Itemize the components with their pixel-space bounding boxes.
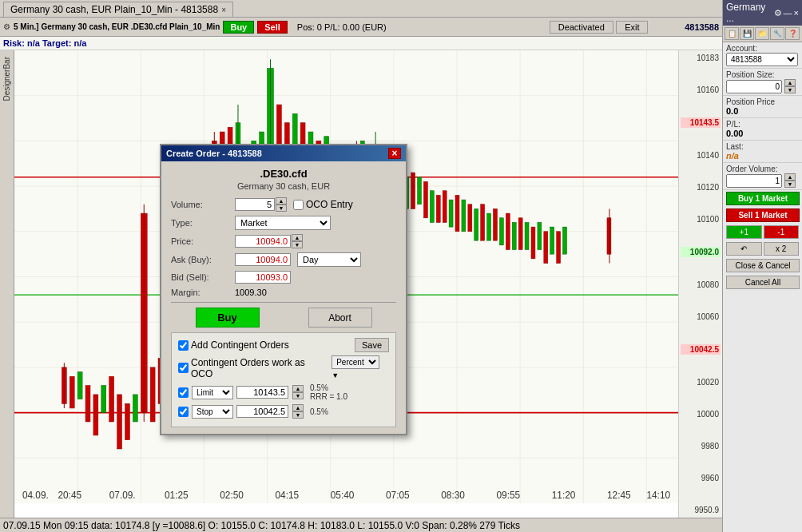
rp-settings-icon[interactable]: ⚙ [774,8,782,18]
stop-pct-label: 0.5% [310,407,328,416]
limit-down-btn[interactable]: ▼ [292,392,304,399]
rp-action-row-1: +1 -1 [723,224,802,240]
contingent-oco-check: Contingent Orders work as OCO [178,357,328,379]
rp-order-volume-label: Order Volume: [726,165,799,173]
rp-position-size-label: Position Size: [726,70,799,79]
rp-btn-1[interactable]: 📋 [725,27,739,40]
modal-title: Create Order - 4813588 [166,149,262,158]
contingent-section: Add Contingent Orders Save Contingent Or… [171,332,396,427]
close-cancel-button[interactable]: Close & Cancel [726,259,800,272]
rp-position-price-value: 0.0 [726,106,799,116]
add-contingent-checkbox[interactable] [178,340,189,351]
price-up-btn[interactable]: ▲ [292,234,303,241]
margin-label: Margin: [171,288,235,297]
rp-minus1-button[interactable]: -1 [764,225,800,239]
rp-btn-4[interactable]: 🔧 [770,27,784,40]
modal-title-bar: Create Order - 4813588 × [161,145,406,161]
modal-close-button[interactable]: × [388,148,401,159]
rp-plus1-button[interactable]: +1 [726,225,762,239]
limit-up-btn[interactable]: ▲ [292,385,304,392]
rp-last-label: Last: [726,142,799,151]
oco-checkbox[interactable] [293,200,304,210]
contingent-oco-label: Contingent Orders work as OCO [191,357,328,379]
rp-position-size-input[interactable] [726,80,782,93]
stop-up-btn[interactable]: ▲ [292,404,304,411]
limit-spinner: ▲ ▼ [292,385,304,399]
bid-row: Bid (Sell): 10093.0 [171,271,396,284]
rp-order-volume-section: Order Volume: ▲ ▼ [723,163,802,190]
margin-row: Margin: 1009.30 [171,288,396,297]
add-contingent-check: Add Contingent Orders [178,339,289,351]
action-btn-row: Buy Abort [171,308,396,328]
type-select[interactable]: Market [235,216,331,230]
oco-checkbox-row: OCO Entry [293,199,353,210]
buy-market-button[interactable]: Buy 1 Market [726,192,800,205]
rp-account-section: Account: 4813588 [723,42,802,69]
rp-close-icon[interactable]: × [794,8,799,18]
type-row: Type: Market [171,216,396,230]
limit-value-input[interactable] [236,386,288,399]
rp-account-select[interactable]: 4813588 [726,53,798,66]
contingent-row-2: Contingent Orders work as OCO Percent ▼ [178,355,389,380]
right-panel: Germany ... ⚙ — × 📋 💾 📁 🔧 ❓ Account: 481… [722,0,802,532]
rp-pl-section: P/L: 0.00 [723,118,802,141]
limit-row: Limit ▲ ▼ 0.5% RRR = 1.0 [178,383,389,401]
stop-row: Stop ▲ ▼ 0.5% [178,404,389,419]
rp-ps-up[interactable]: ▲ [784,79,796,86]
rp-action-row-2: ↶ x 2 [723,240,802,257]
volume-label: Volume: [171,200,235,209]
rp-undo-button[interactable]: ↶ [726,242,762,256]
stop-value-input[interactable] [236,405,288,418]
volume-input[interactable] [235,198,275,211]
sell-market-button[interactable]: Sell 1 Market [726,208,800,222]
percent-select[interactable]: Percent [332,355,379,369]
modal-instrument: .DE30.cfd [171,168,396,180]
modal-body: .DE30.cfd Germany 30 cash, EUR Volume: ▲… [161,161,406,434]
bid-value: 10093.0 [235,271,291,284]
rp-pl-value: 0.00 [726,129,799,138]
modal-overlay: Create Order - 4813588 × .DE30.cfd Germa… [0,0,722,532]
contingent-row-1: Add Contingent Orders Save [178,338,389,352]
price-spinner: ▲ ▼ [292,234,303,248]
rp-ov-up[interactable]: ▲ [784,173,796,181]
bid-label: Bid (Sell): [171,272,235,282]
rp-btn-2[interactable]: 💾 [740,27,754,40]
rp-account-label: Account: [726,44,799,53]
rp-btn-5[interactable]: ❓ [785,27,800,40]
rp-ov-down[interactable]: ▼ [784,181,796,188]
add-contingent-label: Add Contingent Orders [191,339,289,351]
percent-dropdown-icon[interactable]: ▼ [332,371,339,379]
rp-position-price-label: Position Price [726,97,799,106]
volume-down-btn[interactable]: ▼ [276,204,287,212]
limit-type-select[interactable]: Limit [192,386,233,399]
price-input[interactable] [235,235,291,248]
price-down-btn[interactable]: ▼ [292,241,303,248]
rp-ov-spinner: ▲ ▼ [784,173,796,188]
oco-label: OCO Entry [306,199,353,210]
volume-spinner: ▲ ▼ [276,197,287,212]
save-button[interactable]: Save [355,338,389,352]
limit-checkbox[interactable] [178,387,189,398]
price-row: Price: ▲ ▼ [171,234,396,248]
volume-up-btn[interactable]: ▲ [276,197,287,204]
contingent-oco-checkbox[interactable] [178,363,189,373]
cancel-all-button[interactable]: Cancel All [726,276,800,289]
ask-row: Ask (Buy): 10094.0 Day [171,252,396,267]
rp-position-size-spinner: ▲ ▼ [784,79,796,93]
stop-down-btn[interactable]: ▼ [292,411,304,419]
rp-toolbar: 📋 💾 📁 🔧 ❓ [723,26,802,42]
rp-minimize-icon[interactable]: — [784,8,792,18]
abort-button[interactable]: Abort [308,308,372,328]
percent-select-wrap: Percent ▼ [332,355,389,380]
limit-pct-label: 0.5% [310,383,347,392]
type-label: Type: [171,218,235,228]
stop-checkbox[interactable] [178,407,189,417]
rp-order-volume-input[interactable] [726,174,782,188]
day-select[interactable]: Day [297,252,361,267]
rp-last-section: Last: n/a [723,141,802,163]
stop-type-select[interactable]: Stop [192,405,233,419]
rp-ps-down[interactable]: ▼ [784,86,796,93]
rp-x2-button[interactable]: x 2 [764,242,800,256]
buy-order-button[interactable]: Buy [196,308,260,328]
rp-btn-3[interactable]: 📁 [755,27,769,40]
